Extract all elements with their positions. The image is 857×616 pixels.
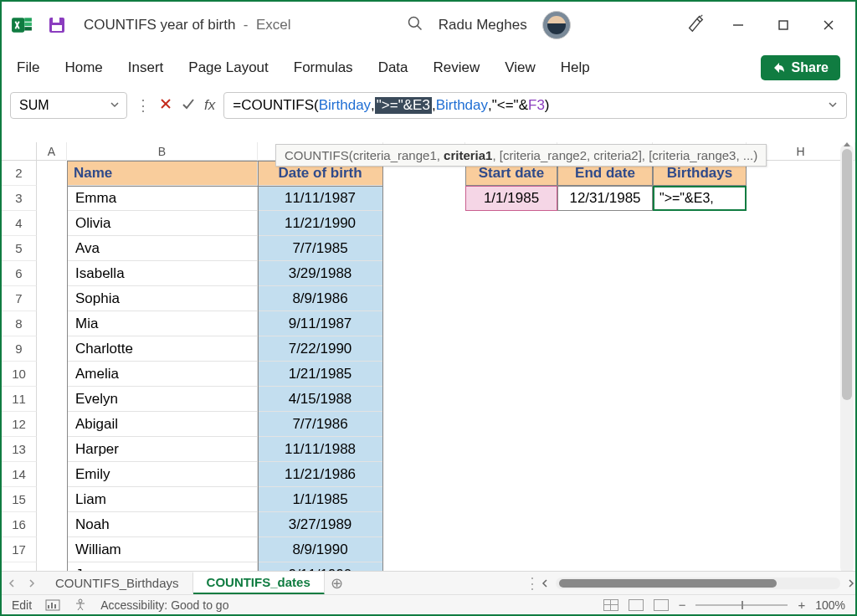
col-A[interactable]: A xyxy=(37,142,67,161)
row-8[interactable]: 8 xyxy=(2,311,37,336)
row-16[interactable]: 16 xyxy=(2,512,37,537)
cell-C11-dob[interactable]: 4/15/1988 xyxy=(258,387,383,412)
cell-C15-dob[interactable]: 1/1/1985 xyxy=(258,487,383,512)
hscroll-left-icon[interactable] xyxy=(541,576,549,591)
sheet-tab-birthdays[interactable]: COUNTIFS_Birthdays xyxy=(42,572,193,593)
cell-B4-name[interactable]: Olivia xyxy=(67,211,258,236)
row-2[interactable]: 2 xyxy=(2,161,37,186)
sheet-nav-left[interactable] xyxy=(2,579,22,588)
row-13[interactable]: 13 xyxy=(2,437,37,462)
spreadsheet-grid[interactable]: A B C E F G H 23456789101112131415161718… xyxy=(2,142,855,574)
col-B[interactable]: B xyxy=(67,142,258,161)
row-5[interactable]: 5 xyxy=(2,236,37,261)
cell-B5-name[interactable]: Ava xyxy=(67,236,258,261)
cell-G3-active-formula[interactable]: ">="&E3, xyxy=(653,186,747,211)
name-box[interactable]: SUM xyxy=(10,92,127,119)
ribbon-help[interactable]: Help xyxy=(561,59,590,76)
ribbon-home[interactable]: Home xyxy=(64,59,102,76)
user-avatar[interactable] xyxy=(542,11,571,39)
formula-input[interactable]: =COUNTIFS(Birthday,">="&E3,Birthday,"<="… xyxy=(223,92,847,119)
accessibility-icon[interactable] xyxy=(74,598,87,612)
row-17[interactable]: 17 xyxy=(2,537,37,562)
stats-icon[interactable] xyxy=(45,599,60,611)
add-sheet-button[interactable]: ⊕ xyxy=(325,574,350,593)
hscroll-thumb[interactable] xyxy=(559,579,777,588)
ribbon-view[interactable]: View xyxy=(505,59,536,76)
cell-E3-start-date[interactable]: 1/1/1985 xyxy=(465,186,557,211)
cell-C14-dob[interactable]: 11/21/1986 xyxy=(258,462,383,487)
chevron-down-icon[interactable] xyxy=(110,98,120,113)
ribbon-data[interactable]: Data xyxy=(378,59,408,76)
cell-B16-name[interactable]: Noah xyxy=(67,512,258,537)
row-14[interactable]: 14 xyxy=(2,462,37,487)
cell-B8-name[interactable]: Mia xyxy=(67,311,258,336)
cell-B9-name[interactable]: Charlotte xyxy=(67,336,258,362)
cell-B10-name[interactable]: Amelia xyxy=(67,362,258,387)
zoom-in-button[interactable]: + xyxy=(798,598,805,612)
cell-B7-name[interactable]: Sophia xyxy=(67,286,258,311)
cell-C13-dob[interactable]: 11/11/1988 xyxy=(258,437,383,462)
expand-formula-icon[interactable] xyxy=(828,97,838,114)
view-normal-icon[interactable] xyxy=(603,599,618,611)
row-12[interactable]: 12 xyxy=(2,412,37,437)
cell-B3-name[interactable]: Emma xyxy=(67,186,258,211)
cell-B11-name[interactable]: Evelyn xyxy=(67,387,258,412)
ribbon-pagelayout[interactable]: Page Layout xyxy=(188,59,268,76)
zoom-out-button[interactable]: − xyxy=(679,598,686,612)
maximize-button[interactable] xyxy=(772,13,795,37)
vertical-scrollbar[interactable] xyxy=(840,144,854,574)
row-11[interactable]: 11 xyxy=(2,387,37,412)
cell-B17-name[interactable]: William xyxy=(67,537,258,562)
cell-B12-name[interactable]: Abigail xyxy=(67,412,258,437)
cell-C17-dob[interactable]: 8/9/1990 xyxy=(258,537,383,562)
cell-C3-dob[interactable]: 11/11/1987 xyxy=(258,186,383,211)
cell-C8-dob[interactable]: 9/11/1987 xyxy=(258,311,383,336)
fx-icon[interactable]: fx xyxy=(204,97,215,114)
ribbon-review[interactable]: Review xyxy=(434,59,480,76)
cell-C4-dob[interactable]: 11/21/1990 xyxy=(258,211,383,236)
share-button[interactable]: Share xyxy=(761,55,840,80)
cell-F3-end-date[interactable]: 12/31/1985 xyxy=(557,186,653,211)
cell-B14-name[interactable]: Emily xyxy=(67,462,258,487)
row-4[interactable]: 4 xyxy=(2,211,37,236)
cell-C10-dob[interactable]: 1/21/1985 xyxy=(258,362,383,387)
row-7[interactable]: 7 xyxy=(2,286,37,311)
sheet-tab-dates[interactable]: COUNTIFS_dates xyxy=(193,572,325,595)
save-icon[interactable] xyxy=(45,13,69,37)
ribbon-insert[interactable]: Insert xyxy=(128,59,164,76)
cancel-formula-icon[interactable] xyxy=(159,97,172,114)
zoom-slider[interactable] xyxy=(695,604,788,606)
row-15[interactable]: 15 xyxy=(2,487,37,512)
row-9[interactable]: 9 xyxy=(2,336,37,362)
horizontal-scrollbar[interactable] xyxy=(556,578,840,589)
minimize-button[interactable] xyxy=(726,13,750,37)
draw-mode-icon[interactable] xyxy=(686,14,705,36)
cell-C12-dob[interactable]: 7/7/1986 xyxy=(258,412,383,437)
view-pagelayout-icon[interactable] xyxy=(629,599,644,611)
cell-B15-name[interactable]: Liam xyxy=(67,487,258,512)
cell-B2-header-name[interactable]: Name xyxy=(67,161,258,186)
row-3[interactable]: 3 xyxy=(2,186,37,211)
row-6[interactable]: 6 xyxy=(2,261,37,286)
close-button[interactable] xyxy=(817,13,840,37)
view-pagebreak-icon[interactable] xyxy=(654,599,669,611)
cell-B6-name[interactable]: Isabella xyxy=(67,261,258,286)
cell-C9-dob[interactable]: 7/22/1990 xyxy=(258,336,383,362)
search-icon[interactable] xyxy=(407,15,423,35)
scroll-thumb[interactable] xyxy=(842,149,852,400)
row-10[interactable]: 10 xyxy=(2,362,37,387)
cell-C16-dob[interactable]: 3/27/1989 xyxy=(258,512,383,537)
ribbon-formulas[interactable]: Formulas xyxy=(294,59,353,76)
user-name[interactable]: Radu Meghes xyxy=(439,17,527,33)
cell-C7-dob[interactable]: 8/9/1986 xyxy=(258,286,383,311)
confirm-formula-icon[interactable] xyxy=(181,96,196,115)
sheet-nav-right[interactable] xyxy=(22,579,42,588)
cell-C5-dob[interactable]: 7/7/1985 xyxy=(258,236,383,261)
cell-C6-dob[interactable]: 3/29/1988 xyxy=(258,261,383,286)
hscroll-right-icon[interactable] xyxy=(847,576,855,591)
ribbon-file[interactable]: File xyxy=(17,59,39,76)
scroll-up-icon[interactable] xyxy=(844,142,850,146)
select-all-corner[interactable] xyxy=(2,142,37,161)
cell-B13-name[interactable]: Harper xyxy=(67,437,258,462)
sheet-options-icon[interactable]: ⋮ xyxy=(525,574,541,593)
